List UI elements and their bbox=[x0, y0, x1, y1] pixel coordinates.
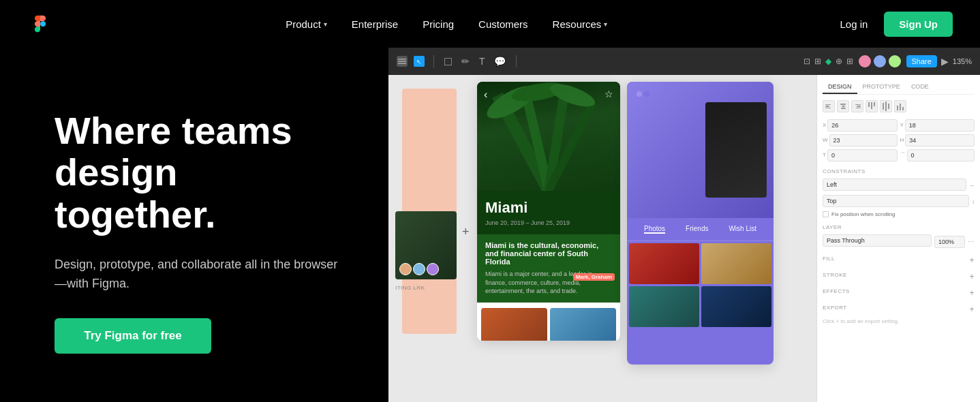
toolbar-right: ⊡ ⊞ ◆ ⊕ ⊞ Share ▶ 135% bbox=[803, 54, 973, 69]
nav-link-resources[interactable]: Resources ▾ bbox=[553, 18, 608, 30]
group-icon[interactable]: ⊞ bbox=[846, 57, 853, 66]
frame-label: ITING LRK bbox=[395, 285, 425, 291]
corner-input[interactable]: 0 bbox=[907, 149, 975, 161]
panel-layer: LAYER Pass Through 100% ⋯ bbox=[823, 224, 975, 249]
nav-link-product[interactable]: Product ▾ bbox=[286, 18, 327, 30]
miami-photo-grid bbox=[477, 304, 620, 341]
miami-title: Miami bbox=[485, 199, 612, 217]
hero-text-area: Where teams design together. Design, pro… bbox=[0, 48, 388, 402]
panel-constraints: CONSTRAINTS Left ↔ Top ↕ Fix position wh… bbox=[823, 168, 975, 217]
mini-avatar-1 bbox=[399, 263, 412, 275]
align-center-btn[interactable] bbox=[837, 100, 849, 112]
add-fill-button[interactable]: + bbox=[969, 256, 975, 265]
layer-title: LAYER bbox=[823, 224, 975, 230]
navbar: Product ▾ Enterprise Pricing Customers R… bbox=[0, 0, 980, 48]
pen-tool-icon[interactable]: ✏ bbox=[459, 56, 472, 67]
effects-title: EFFECTS bbox=[823, 288, 850, 298]
h-input[interactable]: 34 bbox=[905, 134, 975, 146]
stroke-title: STROKE bbox=[823, 272, 847, 281]
add-stroke-button[interactable]: + bbox=[969, 272, 975, 281]
nav-actions: Log in Sign Up bbox=[840, 12, 953, 37]
back-arrow-icon[interactable]: ‹ bbox=[484, 89, 487, 101]
star-icon[interactable]: ☆ bbox=[604, 89, 613, 99]
svg-rect-2 bbox=[398, 63, 406, 65]
rotate-input[interactable]: 0 bbox=[827, 149, 898, 161]
move-icon[interactable]: ↖ bbox=[413, 55, 425, 67]
corner-label: ⌒ bbox=[900, 151, 906, 159]
h-label: H bbox=[900, 137, 904, 143]
nav-item-product[interactable]: Product ▾ bbox=[286, 18, 327, 30]
nav-item-customers[interactable]: Customers bbox=[478, 18, 528, 30]
component-icon[interactable]: ◆ bbox=[825, 57, 831, 66]
text-tool-icon[interactable]: T bbox=[477, 56, 487, 67]
align-middle-btn[interactable] bbox=[880, 100, 892, 112]
share-button[interactable]: Share bbox=[906, 55, 937, 67]
blend-mode-select[interactable]: Pass Through bbox=[823, 234, 932, 247]
distribute-icon[interactable]: ⊞ bbox=[814, 57, 821, 66]
avatar-3 bbox=[887, 54, 902, 69]
wh-row: W 23 H 34 bbox=[823, 134, 975, 146]
tab-design[interactable]: DESIGN bbox=[823, 80, 857, 94]
constraint-icon: ↔ bbox=[969, 183, 975, 189]
figma-toolbar: ↖ □ ✏ T 💬 ⊡ ⊞ ◆ ⊕ ⊞ bbox=[388, 48, 980, 75]
menu-icon[interactable] bbox=[397, 56, 408, 67]
y-input[interactable]: 18 bbox=[905, 119, 975, 132]
purple-nav-wishlist[interactable]: Wish List bbox=[729, 225, 756, 234]
figma-canvas[interactable]: ITING LRK + bbox=[388, 75, 816, 402]
comment-tool-icon[interactable]: 💬 bbox=[492, 56, 508, 67]
purple-nav: Photos Friends Wish List bbox=[627, 218, 774, 241]
nav-item-enterprise[interactable]: Enterprise bbox=[352, 18, 398, 30]
svg-rect-0 bbox=[398, 59, 406, 60]
layer-options-icon[interactable]: ⋯ bbox=[968, 238, 975, 245]
w-input[interactable]: 23 bbox=[829, 134, 898, 146]
login-link[interactable]: Log in bbox=[840, 18, 868, 30]
mask-icon[interactable]: ⊕ bbox=[836, 57, 842, 66]
nav-item-resources[interactable]: Resources ▾ bbox=[553, 18, 608, 30]
signup-button[interactable]: Sign Up bbox=[884, 12, 953, 37]
fixed-position-checkbox[interactable] bbox=[823, 211, 829, 217]
purple-dot-1 bbox=[637, 91, 642, 97]
person-photo bbox=[705, 102, 767, 198]
hero-subtitle: Design, prototype, and collaborate all i… bbox=[55, 255, 348, 294]
avatar-group bbox=[399, 263, 439, 275]
canvas-frame-dark bbox=[395, 211, 457, 279]
nav-item-pricing[interactable]: Pricing bbox=[423, 18, 454, 30]
zoom-level[interactable]: 135% bbox=[953, 57, 972, 65]
tab-prototype[interactable]: PROTOTYPE bbox=[857, 80, 906, 94]
svg-rect-1 bbox=[398, 61, 406, 62]
avatar-1 bbox=[857, 54, 872, 69]
nav-link-customers[interactable]: Customers bbox=[478, 18, 528, 30]
play-icon[interactable]: ▶ bbox=[941, 56, 949, 67]
purple-dot-2 bbox=[644, 91, 649, 97]
opacity-input[interactable]: 100% bbox=[934, 236, 965, 248]
add-export-button[interactable]: + bbox=[969, 305, 975, 314]
align-buttons bbox=[823, 100, 975, 112]
align-icon[interactable]: ⊡ bbox=[803, 57, 810, 66]
rotate-row: T 0 ⌒ 0 bbox=[823, 149, 975, 161]
figma-right-panel: DESIGN PROTOTYPE CODE bbox=[816, 75, 980, 402]
align-right-btn[interactable] bbox=[851, 100, 863, 112]
align-left-btn[interactable] bbox=[823, 100, 835, 112]
constraint-h-select[interactable]: Left bbox=[823, 179, 966, 191]
logo[interactable] bbox=[27, 11, 53, 37]
tab-code[interactable]: CODE bbox=[906, 80, 934, 94]
add-effect-button[interactable]: + bbox=[969, 288, 975, 298]
purple-photo bbox=[627, 82, 774, 218]
panel-align-section bbox=[823, 100, 975, 112]
x-input[interactable]: 26 bbox=[827, 119, 897, 132]
frame-tool-icon[interactable]: □ bbox=[442, 55, 454, 69]
xy-row: X 26 Y 18 bbox=[823, 119, 975, 132]
constraint-v-select[interactable]: Top bbox=[823, 195, 969, 207]
purple-nav-friends[interactable]: Friends bbox=[686, 225, 708, 234]
nav-link-enterprise[interactable]: Enterprise bbox=[352, 18, 398, 30]
nav-link-pricing[interactable]: Pricing bbox=[423, 18, 454, 30]
constraints-row-1: Left ↔ bbox=[823, 179, 975, 193]
purple-nav-photos[interactable]: Photos bbox=[644, 225, 665, 234]
photo-card-2 bbox=[550, 308, 616, 341]
plus-icon[interactable]: + bbox=[462, 225, 470, 239]
constraint-v-icon: ↕ bbox=[972, 199, 975, 205]
align-top-btn[interactable] bbox=[866, 100, 878, 112]
y-label: Y bbox=[900, 122, 904, 128]
cta-button[interactable]: Try Figma for free bbox=[55, 318, 211, 354]
align-bottom-btn[interactable] bbox=[894, 100, 906, 112]
